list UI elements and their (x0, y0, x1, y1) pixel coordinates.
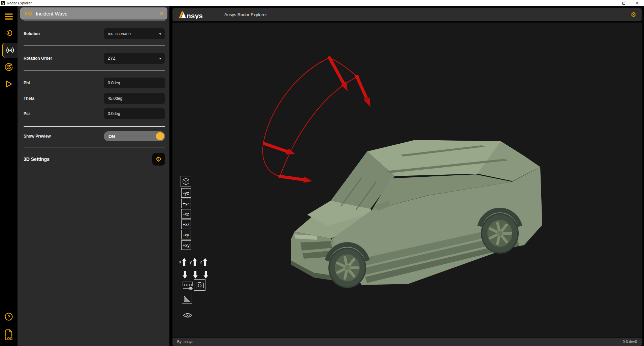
axis-x-label: x (179, 260, 181, 264)
arrow-up-icon (203, 258, 207, 266)
rotate-y-up-button[interactable]: y (190, 258, 197, 266)
sidebar-item-incident-wave[interactable] (2, 43, 18, 58)
measure-button[interactable] (182, 294, 192, 304)
icon-rail: ? LOG (0, 6, 18, 346)
sidebar-item-radar-scenario[interactable] (0, 60, 18, 75)
rotate-x-up-button[interactable]: x (179, 258, 187, 266)
toggle-knob (156, 132, 164, 140)
psi-row: Psi 0.0deg (24, 108, 165, 119)
theta-value: 45.0deg (108, 96, 122, 101)
sidebar-item-log[interactable]: LOG (0, 326, 18, 344)
viewport-settings-button[interactable]: ⚙ (631, 11, 636, 19)
rotate-z-down-button[interactable] (203, 271, 208, 279)
ansys-mini-logo-icon (1, 1, 5, 5)
status-bar: By: ansys 0.3.dev0 (172, 338, 642, 346)
psi-label: Psi (24, 111, 30, 116)
sidebar-item-menu[interactable] (0, 9, 18, 24)
close-button[interactable]: ✕ (631, 0, 644, 6)
rotate-y-down-button[interactable] (193, 271, 198, 279)
arrow-up-icon (182, 258, 187, 266)
visibility-button[interactable] (183, 312, 193, 320)
rotate-z-up-button[interactable]: z (200, 258, 207, 266)
rotation-order-label: Rotation Order (24, 56, 52, 61)
play-icon (5, 80, 12, 88)
phi-input[interactable]: 0.0deg (104, 78, 165, 88)
arrow-down-icon (193, 271, 198, 279)
incident-wave-icon (24, 10, 32, 17)
viewport-container: nsys Ansys Radar Explorer ⚙ (172, 6, 644, 346)
import-icon (5, 29, 13, 37)
rotation-order-select[interactable]: ZYZ ▾ (104, 53, 165, 64)
view-button-neg-yz[interactable]: -yz (181, 188, 191, 198)
help-icon: ? (4, 312, 13, 321)
psi-input[interactable]: 0.0deg (104, 108, 165, 119)
status-version: 0.3.dev0 (623, 340, 637, 344)
app-logo-icon (1, 1, 5, 5)
solution-value: rcs_scenario (108, 31, 131, 36)
gear-icon: ⚙ (156, 155, 162, 163)
ruler-button[interactable] (183, 282, 193, 292)
divider (24, 46, 165, 46)
log-label: LOG (5, 337, 13, 341)
psi-value: 0.0deg (108, 111, 120, 116)
svg-text:?: ? (7, 314, 10, 319)
app-window: { "window": { "title": "Radar Explorer" … (0, 0, 644, 346)
restore-button[interactable] (617, 0, 631, 6)
panel-close-button[interactable]: × (160, 11, 163, 16)
view-button-label: +xy (183, 243, 190, 248)
chevron-down-icon: ▾ (159, 32, 161, 36)
divider (24, 21, 165, 21)
window-controls: ✕ (604, 0, 644, 6)
viewport-header: nsys Ansys Radar Explorer ⚙ (172, 8, 642, 21)
theta-input[interactable]: 45.0deg (104, 93, 165, 104)
view-button-pos-xz[interactable]: +xz (181, 220, 191, 229)
sidebar-item-help[interactable]: ? (0, 309, 18, 324)
screenshot-button[interactable] (194, 279, 205, 291)
phi-row: Phi 0.0deg (24, 77, 165, 89)
phi-label: Phi (24, 81, 30, 85)
divider (24, 70, 165, 70)
rotation-order-row: Rotation Order ZYZ ▾ (24, 53, 165, 64)
3d-canvas[interactable]: -yz +yz -xz +xz -xy +xy x y z (172, 23, 642, 337)
solution-label: Solution (24, 31, 40, 36)
arrow-up-icon (192, 258, 197, 266)
isometric-view-button[interactable] (181, 176, 191, 187)
solution-select[interactable]: rcs_scenario ▾ (104, 28, 165, 39)
sidebar-item-import[interactable] (0, 26, 18, 40)
title-bar: Radar Explorer ✕ (0, 0, 644, 6)
toggle-state-label: ON (108, 134, 115, 139)
panel-header[interactable]: Incident Wave × (20, 7, 167, 20)
view-button-pos-xy[interactable]: +xy (181, 240, 191, 250)
view-button-label: -xy (183, 232, 189, 237)
show-preview-label: Show Preview (24, 134, 51, 139)
rotation-order-value: ZYZ (108, 56, 116, 61)
3d-settings-row: 3D Settings ⚙ (24, 153, 165, 166)
view-button-label: -yz (183, 191, 189, 196)
3d-settings-label: 3D Settings (24, 156, 50, 162)
show-preview-toggle[interactable]: ON (104, 131, 165, 141)
ansys-logo: nsys (178, 10, 210, 19)
incident-wave-icon (6, 47, 14, 54)
view-button-neg-xy[interactable]: -xy (181, 230, 191, 239)
arrow-down-icon (203, 271, 208, 279)
sidebar-item-run[interactable] (0, 77, 18, 91)
view-button-neg-xz[interactable]: -xz (181, 209, 191, 219)
view-button-label: -xz (183, 211, 189, 217)
ruler-icon (183, 282, 193, 290)
axis-y-label: y (190, 260, 192, 264)
theta-row: Theta 45.0deg (24, 93, 165, 104)
chevron-down-icon: ▾ (159, 57, 161, 60)
3d-settings-button[interactable]: ⚙ (152, 153, 165, 166)
cube-icon (182, 178, 190, 185)
divider (24, 126, 165, 127)
3d-scene (172, 23, 642, 337)
eye-icon (183, 312, 193, 319)
panel-title: Incident Wave (36, 11, 68, 17)
rotate-x-down-button[interactable] (183, 271, 187, 279)
close-icon: ✕ (635, 1, 639, 5)
radar-icon (4, 63, 13, 71)
view-button-pos-yz[interactable]: +yz (181, 199, 191, 208)
ansys-logo-text: nsys (187, 11, 203, 19)
minimize-button[interactable] (604, 0, 617, 6)
front-wheel (329, 248, 365, 287)
